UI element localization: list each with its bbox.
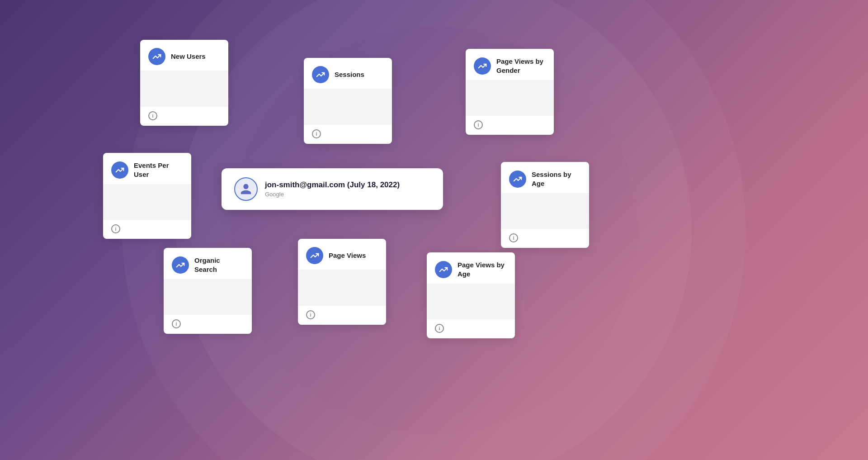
user-card: jon-smith@gmail.com (July 18, 2022) Goog… [222, 168, 443, 210]
trending-up-icon [435, 261, 452, 278]
card-sessions[interactable]: Sessions i [304, 58, 392, 144]
card-header-page-views: Page Views [298, 239, 386, 270]
card-body-organic-search [164, 279, 252, 315]
trending-up-icon [148, 48, 165, 65]
card-header-events-per-user: Events Per User [103, 153, 191, 184]
card-body-page-views-by-gender [466, 80, 554, 116]
info-icon-new-users[interactable]: i [148, 111, 157, 120]
trending-up-icon [111, 161, 128, 179]
card-body-sessions-by-age [501, 193, 589, 229]
trending-up-icon [306, 247, 323, 264]
card-header-sessions-by-age: Sessions by Age [501, 162, 589, 193]
card-title-page-views-by-gender: Page Views by Gender [496, 57, 546, 75]
card-footer-events-per-user: i [103, 220, 191, 239]
card-footer-page-views: i [298, 306, 386, 325]
card-title-new-users: New Users [171, 52, 206, 61]
card-new-users[interactable]: New Users i [140, 40, 228, 126]
card-title-sessions: Sessions [335, 70, 364, 79]
card-footer-page-views-by-age: i [427, 319, 515, 338]
card-page-views-by-age[interactable]: Page Views by Age i [427, 252, 515, 338]
trending-up-icon [312, 66, 329, 83]
card-title-events-per-user: Events Per User [134, 161, 183, 179]
info-icon-page-views-by-gender[interactable]: i [474, 120, 483, 129]
card-body-page-views [298, 270, 386, 306]
card-title-sessions-by-age: Sessions by Age [532, 170, 581, 188]
info-icon-sessions-by-age[interactable]: i [509, 233, 518, 242]
card-header-page-views-by-age: Page Views by Age [427, 252, 515, 284]
card-events-per-user[interactable]: Events Per User i [103, 153, 191, 239]
info-icon-page-views[interactable]: i [306, 310, 315, 319]
card-header-new-users: New Users [140, 40, 228, 71]
trending-up-icon [474, 57, 491, 75]
card-page-views[interactable]: Page Views i [298, 239, 386, 325]
user-info: jon-smith@gmail.com (July 18, 2022) Goog… [265, 180, 400, 198]
user-source: Google [265, 191, 400, 198]
card-title-organic-search: Organic Search [194, 256, 244, 274]
card-footer-page-views-by-gender: i [466, 116, 554, 135]
card-footer-new-users: i [140, 107, 228, 126]
trending-up-icon [172, 256, 189, 274]
trending-up-icon [509, 171, 526, 188]
card-title-page-views-by-age: Page Views by Age [458, 261, 507, 278]
card-header-organic-search: Organic Search [164, 248, 252, 279]
card-footer-sessions: i [304, 125, 392, 144]
card-header-sessions: Sessions [304, 58, 392, 89]
card-body-events-per-user [103, 184, 191, 220]
card-sessions-by-age[interactable]: Sessions by Age i [501, 162, 589, 248]
user-email: jon-smith@gmail.com (July 18, 2022) [265, 180, 400, 190]
card-header-page-views-by-gender: Page Views by Gender [466, 49, 554, 80]
card-page-views-by-gender[interactable]: Page Views by Gender i [466, 49, 554, 135]
info-icon-sessions[interactable]: i [312, 129, 321, 138]
card-body-new-users [140, 71, 228, 107]
info-icon-events-per-user[interactable]: i [111, 224, 120, 233]
main-canvas: jon-smith@gmail.com (July 18, 2022) Goog… [0, 0, 868, 460]
card-title-page-views: Page Views [329, 251, 366, 260]
info-icon-organic-search[interactable]: i [172, 319, 181, 328]
user-avatar [234, 177, 258, 201]
card-body-sessions [304, 89, 392, 125]
card-organic-search[interactable]: Organic Search i [164, 248, 252, 334]
info-icon-page-views-by-age[interactable]: i [435, 324, 444, 333]
card-footer-organic-search: i [164, 315, 252, 334]
card-footer-sessions-by-age: i [501, 229, 589, 248]
card-body-page-views-by-age [427, 284, 515, 319]
